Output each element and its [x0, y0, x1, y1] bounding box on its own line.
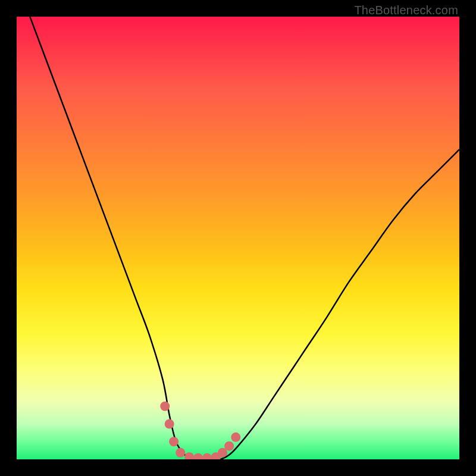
highlight-dot [165, 419, 174, 428]
highlight-dot [184, 452, 194, 459]
curve-svg [17, 17, 459, 459]
highlight-dot [231, 433, 240, 442]
plot-area [17, 17, 459, 459]
bottleneck-curve [30, 17, 459, 459]
highlight-dot [160, 402, 170, 411]
highlight-dot [176, 448, 185, 458]
highlight-dot [193, 453, 203, 459]
highlight-dot [224, 441, 234, 451]
highlight-dot [202, 453, 212, 459]
highlight-dot [169, 437, 178, 446]
watermark-text: TheBottleneck.com [354, 4, 458, 17]
